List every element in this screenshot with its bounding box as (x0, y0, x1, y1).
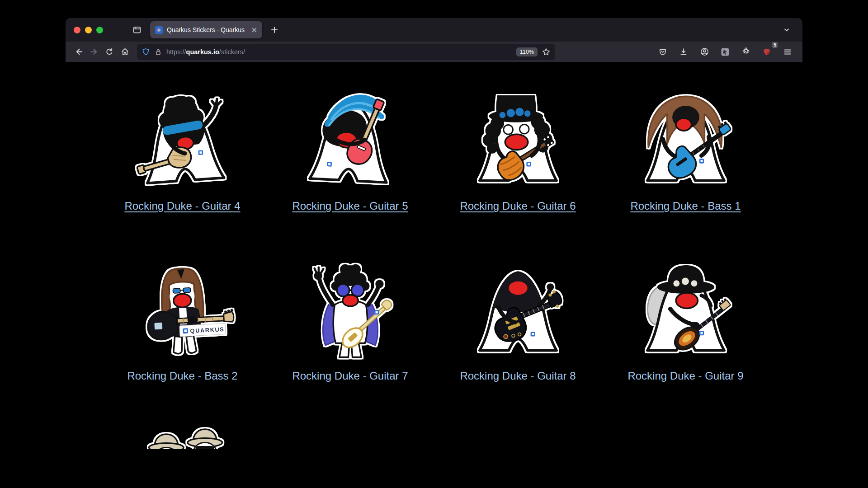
close-window-button[interactable] (74, 27, 80, 33)
adblock-shield-icon[interactable]: 5 (759, 44, 774, 60)
sticker-link-guitar-6[interactable]: Rocking Duke - Guitar 6 (460, 200, 576, 212)
firefox-view-icon[interactable] (129, 22, 145, 38)
forward-icon[interactable] (86, 44, 102, 60)
sticker-link-guitar-4[interactable]: Rocking Duke - Guitar 4 (124, 200, 240, 212)
sticker-card: Rocking Duke - Guitar 7 (266, 232, 434, 402)
menu-icon[interactable] (780, 44, 795, 60)
sticker-link-bass-2[interactable]: Rocking Duke - Bass 2 (127, 370, 237, 382)
minimize-window-button[interactable] (85, 27, 92, 33)
adblock-count-badge: 5 (772, 42, 778, 48)
pocket-icon[interactable] (655, 44, 670, 60)
sticker-grid: Rocking Duke - Guitar 4 (66, 62, 802, 449)
sticker-card: Rocking Duke - Guitar 5 (266, 62, 434, 232)
quarkus-favicon (155, 26, 163, 34)
url-text: https://quarkus.io/stickers/ (166, 48, 245, 56)
sticker-image-guitar-9 (634, 250, 738, 363)
sticker-image-duo-partial (131, 420, 235, 449)
tab-strip: Quarkus Stickers - Quarkus (66, 18, 802, 42)
browser-tab[interactable]: Quarkus Stickers - Quarkus (150, 21, 262, 38)
sticker-image-guitar-4 (131, 80, 235, 193)
tabs-dropdown-icon[interactable] (779, 22, 794, 38)
sticker-card: Rocking Duke - Bass 1 (602, 62, 769, 232)
sticker-card: Rocking Duke - Guitar 8 (434, 232, 602, 402)
sticker-image-guitar-5 (298, 80, 402, 193)
sticker-image-guitar-6 (466, 80, 570, 193)
downloads-icon[interactable] (676, 44, 691, 60)
sticker-card: Rocking Duke - Guitar 9 (602, 232, 769, 402)
duo-duke-left (144, 434, 184, 449)
tab-title: Quarkus Stickers - Quarkus (167, 26, 247, 33)
shield-icon[interactable] (142, 47, 150, 56)
extensions-puzzle-icon[interactable] (738, 44, 754, 60)
sticker-image-guitar-7 (298, 250, 402, 363)
pinned-extension-icon[interactable] (717, 44, 733, 60)
duo-duke-right (187, 429, 232, 449)
sticker-image-bass-1 (634, 80, 738, 193)
new-tab-icon[interactable] (267, 22, 282, 38)
sticker-image-bass-2: QUARKUS (131, 250, 235, 363)
account-icon[interactable] (697, 44, 712, 60)
sticker-card: Rocking Duke - Guitar 6 (434, 62, 602, 232)
sticker-link-bass-1[interactable]: Rocking Duke - Bass 1 (630, 200, 741, 212)
zoom-window-button[interactable] (96, 27, 103, 33)
close-icon[interactable] (251, 27, 257, 33)
sticker-link-guitar-9[interactable]: Rocking Duke - Guitar 9 (627, 370, 743, 382)
browser-window: Quarkus Stickers - Quarkus (66, 18, 802, 450)
back-icon[interactable] (71, 44, 86, 60)
page-content: Rocking Duke - Guitar 4 (66, 62, 802, 449)
sticker-image-guitar-8 (466, 250, 570, 363)
sticker-card-partial (99, 402, 266, 449)
sticker-link-guitar-5[interactable]: Rocking Duke - Guitar 5 (292, 200, 408, 212)
url-bar[interactable]: https://quarkus.io/stickers/ 110% (137, 44, 555, 60)
sticker-link-guitar-8[interactable]: Rocking Duke - Guitar 8 (460, 370, 576, 382)
lock-icon[interactable] (154, 48, 162, 56)
reload-icon[interactable] (102, 44, 117, 60)
sticker-link-guitar-7[interactable]: Rocking Duke - Guitar 7 (292, 370, 408, 382)
home-icon[interactable] (117, 44, 132, 60)
zoom-level-badge[interactable]: 110% (516, 47, 538, 56)
sticker-card: Rocking Duke - Guitar 4 (99, 62, 266, 232)
navigation-toolbar: https://quarkus.io/stickers/ 110% (66, 42, 802, 62)
sticker-card: QUARKUS Rocking Duke - Bass 2 (99, 232, 266, 402)
bookmark-star-icon[interactable] (542, 47, 551, 56)
traffic-lights (74, 27, 103, 33)
